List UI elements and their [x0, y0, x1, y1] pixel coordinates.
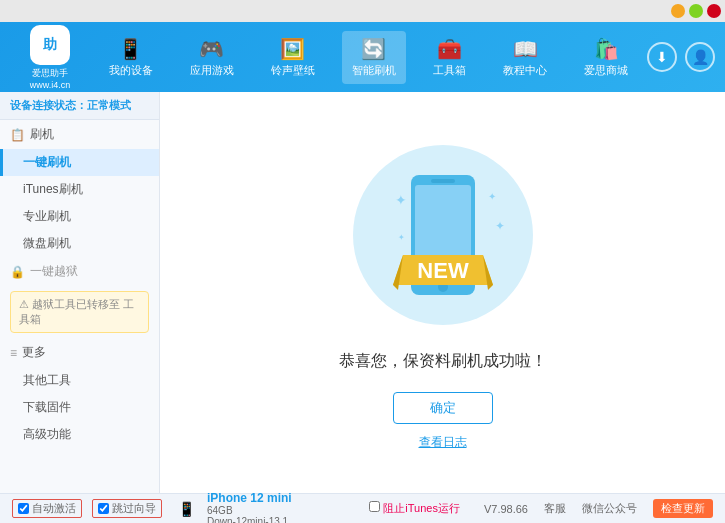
- svg-text:NEW: NEW: [417, 258, 469, 283]
- success-message: 恭喜您，保资料刷机成功啦！: [339, 351, 547, 372]
- main-area: NEW ✦ ✦ ✦ ✦ 恭喜您，保资料刷机成功啦！ 确定 查看日志: [160, 92, 725, 493]
- device-info: iPhone 12 mini 64GB Down-12mini-13,1: [207, 491, 292, 524]
- close-btn[interactable]: [707, 4, 721, 18]
- sidebar-item-pro[interactable]: 专业刷机: [0, 203, 159, 230]
- shop-icon: 🛍️: [594, 37, 619, 61]
- minimize-btn[interactable]: [671, 4, 685, 18]
- logo-icon: 助: [30, 25, 70, 65]
- lock-icon: 🔒: [10, 265, 25, 279]
- logo-url: www.i4.cn: [30, 80, 71, 90]
- sidebar-item-download-firmware[interactable]: 下载固件: [0, 394, 159, 421]
- sidebar-item-weidisk[interactable]: 微盘刷机: [0, 230, 159, 257]
- skip-guide-check[interactable]: [98, 503, 109, 514]
- sidebar-warning: ⚠ 越狱工具已转移至 工具箱: [10, 291, 149, 333]
- skip-guide-checkbox[interactable]: 跳过向导: [92, 499, 162, 518]
- maximize-btn[interactable]: [689, 4, 703, 18]
- footer-right: 阻止iTunes运行 V7.98.66 客服 微信公众号 检查更新: [369, 499, 713, 518]
- success-illustration: NEW ✦ ✦ ✦ ✦: [343, 135, 543, 335]
- service-link[interactable]: 客服: [544, 501, 566, 516]
- user-btn[interactable]: 👤: [685, 42, 715, 72]
- download-btn[interactable]: ⬇: [647, 42, 677, 72]
- device-icon: 📱: [118, 37, 143, 61]
- header: 助 爱思助手 www.i4.cn 📱 我的设备 🎮 应用游戏 🖼️ 铃声壁纸 🔄…: [0, 22, 725, 92]
- stop-itunes-check[interactable]: [369, 501, 380, 512]
- more-icon: ≡: [10, 346, 17, 360]
- ringtones-icon: 🖼️: [280, 37, 305, 61]
- logo-name: 爱思助手: [32, 67, 68, 80]
- status-value: 正常模式: [87, 99, 131, 111]
- wechat-link[interactable]: 微信公众号: [582, 501, 637, 516]
- nav-apps[interactable]: 🎮 应用游戏: [180, 31, 244, 84]
- section-jailbreak[interactable]: 🔒 一键越狱: [0, 257, 159, 286]
- title-bar: [0, 0, 725, 22]
- nav-toolbox[interactable]: 🧰 工具箱: [423, 31, 476, 84]
- flash-icon: 🔄: [361, 37, 386, 61]
- sidebar-item-onekey[interactable]: 一键刷机: [0, 149, 159, 176]
- auto-activate-checkbox[interactable]: 自动激活: [12, 499, 82, 518]
- auto-activate-check[interactable]: [18, 503, 29, 514]
- nav-bar: 📱 我的设备 🎮 应用游戏 🖼️ 铃声壁纸 🔄 智能刷机 🧰 工具箱 📖 教程中…: [90, 31, 647, 84]
- apps-icon: 🎮: [199, 37, 224, 61]
- confirm-button[interactable]: 确定: [393, 392, 493, 424]
- logo[interactable]: 助 爱思助手 www.i4.cn: [10, 25, 90, 90]
- sidebar-item-itunes[interactable]: iTunes刷机: [0, 176, 159, 203]
- footer: 自动激活 跳过向导 📱 iPhone 12 mini 64GB Down-12m…: [0, 493, 725, 523]
- nav-my-device[interactable]: 📱 我的设备: [99, 31, 163, 84]
- svg-rect-3: [431, 179, 455, 183]
- warning-icon: ⚠: [19, 298, 29, 310]
- sidebar: 设备连接状态：正常模式 📋 刷机 一键刷机 iTunes刷机 专业刷机 微盘刷机…: [0, 92, 160, 493]
- section-more[interactable]: ≡ 更多: [0, 338, 159, 367]
- stop-itunes-label: 阻止iTunes运行: [369, 501, 460, 516]
- svg-text:✦: ✦: [398, 233, 405, 242]
- svg-text:✦: ✦: [395, 192, 407, 208]
- svg-text:✦: ✦: [488, 191, 496, 202]
- header-right: ⬇ 👤: [647, 42, 715, 72]
- update-button[interactable]: 检查更新: [653, 499, 713, 518]
- section-flash[interactable]: 📋 刷机: [0, 120, 159, 149]
- device-icon-footer: 📱: [178, 501, 195, 517]
- nav-tutorials[interactable]: 📖 教程中心: [493, 31, 557, 84]
- nav-shop[interactable]: 🛍️ 爱思商城: [574, 31, 638, 84]
- toolbox-icon: 🧰: [437, 37, 462, 61]
- sidebar-item-advanced[interactable]: 高级功能: [0, 421, 159, 448]
- status-bar: 设备连接状态：正常模式: [0, 92, 159, 120]
- main-content: 设备连接状态：正常模式 📋 刷机 一键刷机 iTunes刷机 专业刷机 微盘刷机…: [0, 92, 725, 493]
- nav-flash[interactable]: 🔄 智能刷机: [342, 31, 406, 84]
- share-link[interactable]: 查看日志: [419, 434, 467, 451]
- sidebar-item-other-tools[interactable]: 其他工具: [0, 367, 159, 394]
- footer-left: 自动激活 跳过向导 📱 iPhone 12 mini 64GB Down-12m…: [12, 491, 292, 524]
- tutorials-icon: 📖: [513, 37, 538, 61]
- version-label: V7.98.66: [484, 503, 528, 515]
- svg-text:✦: ✦: [495, 219, 505, 233]
- flash-section-icon: 📋: [10, 128, 25, 142]
- nav-ringtones[interactable]: 🖼️ 铃声壁纸: [261, 31, 325, 84]
- status-label: 设备连接状态：: [10, 99, 87, 111]
